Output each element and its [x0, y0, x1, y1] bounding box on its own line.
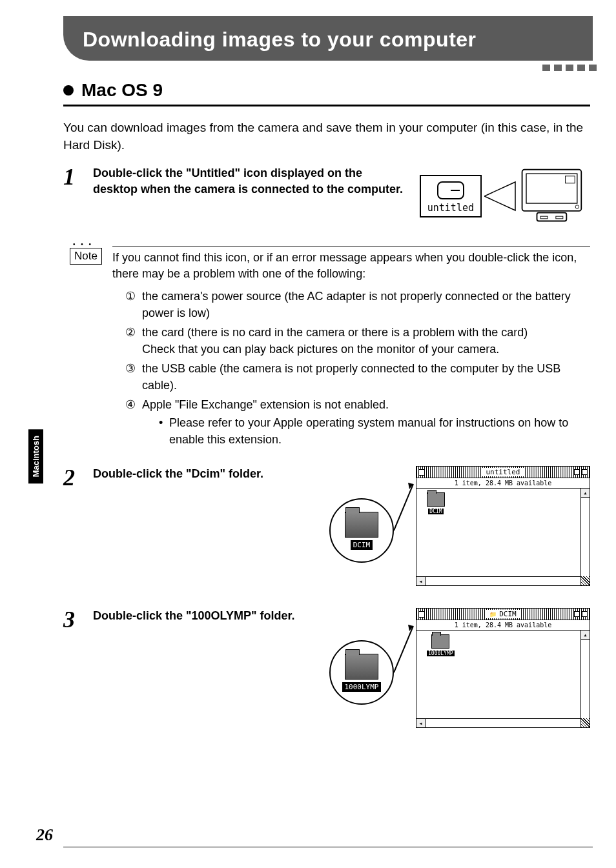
step-2-graphic: DCIM untitled 1 item, 28.4 MB available [329, 466, 590, 595]
note-item-3: ③the USB cable (the camera is not proper… [125, 360, 590, 394]
drive-icon-box: untitled [420, 175, 482, 217]
note-item-4: ④Apple "File Exchange" extension is not … [125, 396, 590, 448]
close-box-icon [418, 469, 425, 476]
collapse-box-icon [582, 611, 588, 617]
finder-window-untitled: untitled 1 item, 28.4 MB available DCIM … [416, 466, 590, 586]
note-item-4-sub: Please refer to your Apple operating sys… [159, 414, 590, 448]
note-lead-text: If you cannot find this icon, or if an e… [112, 250, 590, 282]
step-instruction: Double-click the "100OLYMP" folder. [93, 608, 319, 624]
window-status: 1 item, 28.4 MB available [416, 620, 590, 631]
note-badge: Note [70, 248, 102, 265]
page-content: Mac OS 9 You can download images from th… [63, 80, 590, 737]
vertical-scrollbar: ▴▾ [580, 631, 590, 727]
zoom-box-icon [574, 469, 580, 475]
vertical-scrollbar: ▴▾ [580, 489, 590, 585]
finder-window-dcim: 📁DCIM 1 item, 28.4 MB available 1000LYMP… [416, 608, 590, 728]
olymp-folder-icon: 1000LYMP [427, 634, 455, 657]
side-tab: Macintosh [28, 429, 43, 483]
step-number: 1 [63, 165, 83, 188]
bullet-icon [63, 85, 74, 96]
step-instruction: Double-click the "Dcim" folder. [93, 466, 319, 482]
step-3: 3 Double-click the "100OLYMP" folder. 10… [63, 608, 590, 737]
folder-icon [345, 512, 378, 538]
chapter-header: Downloading images to your computer [63, 16, 593, 61]
page-number: 26 [36, 825, 53, 845]
zoom-box-icon [574, 611, 580, 617]
step-number: 3 [63, 608, 83, 631]
step-1: 1 Double-click the "Untitled" icon displ… [63, 165, 590, 227]
callout-arrow-icon [390, 608, 416, 737]
monitor-illustration [519, 165, 590, 227]
collapse-box-icon [582, 469, 588, 475]
header-dots-decoration [542, 65, 597, 71]
svg-rect-4 [537, 213, 567, 221]
grow-box-icon [580, 576, 590, 585]
olymp-folder-callout: 1000LYMP [329, 640, 394, 705]
grow-box-icon [580, 718, 590, 727]
drive-icon [437, 181, 464, 199]
step-instruction: Double-click the "Untitled" icon display… [93, 165, 409, 197]
step-number: 2 [63, 466, 83, 489]
dcim-folder-icon: DCIM [427, 492, 445, 515]
footer-rule [63, 847, 593, 847]
close-box-icon [418, 611, 425, 618]
folder-icon [345, 654, 378, 680]
step-2: 2 Double-click the "Dcim" folder. DCIM [63, 466, 590, 595]
svg-rect-1 [526, 174, 577, 203]
step-1-graphic: untitled [420, 165, 590, 227]
svg-line-7 [394, 484, 413, 530]
drive-label: untitled [427, 202, 474, 214]
dcim-folder-callout: DCIM [329, 498, 394, 563]
horizontal-scrollbar: ◂ [416, 576, 590, 585]
window-title: untitled [486, 468, 520, 476]
note-block: Note If you cannot find this icon, or if… [63, 247, 590, 450]
callout-line-icon [484, 177, 517, 216]
note-item-2: ②the card (there is no card in the camer… [125, 324, 590, 358]
window-status: 1 item, 28.4 MB available [416, 478, 590, 489]
horizontal-scrollbar: ◂ [416, 718, 590, 727]
folder-label: DCIM [351, 540, 373, 550]
note-item-1: ①the camera's power source (the AC adapt… [125, 288, 590, 321]
intro-paragraph: You can download images from the camera … [63, 119, 590, 154]
step-3-graphic: 1000LYMP 📁DCIM 1 item, 28.4 MB available [329, 608, 590, 737]
callout-arrow-icon [390, 466, 416, 595]
section-heading: Mac OS 9 [63, 80, 590, 106]
chapter-title: Downloading images to your computer [83, 28, 593, 52]
note-list: ①the camera's power source (the AC adapt… [125, 288, 590, 449]
svg-line-9 [394, 626, 413, 672]
window-title: DCIM [499, 610, 517, 618]
folder-label: 1000LYMP [342, 682, 382, 692]
section-title-text: Mac OS 9 [81, 80, 163, 101]
